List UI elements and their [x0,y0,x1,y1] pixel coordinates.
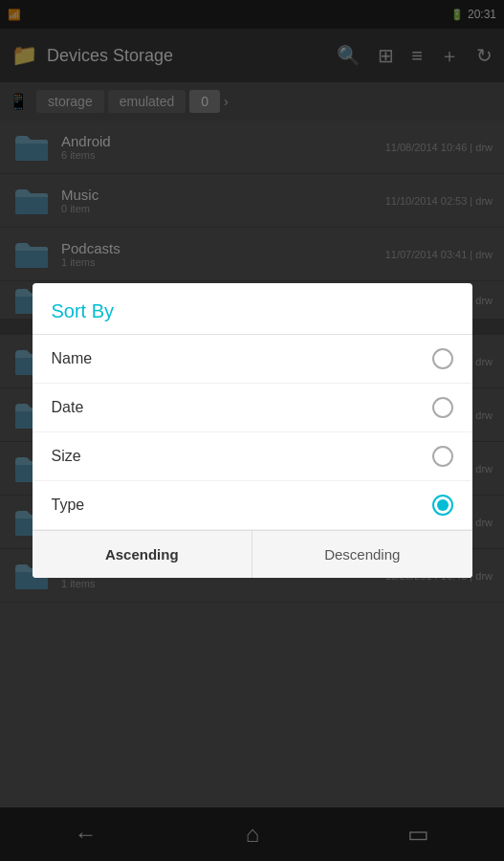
sort-option-name-label: Name [52,350,93,367]
sort-option-type-label: Type [52,497,85,514]
sort-option-type[interactable]: Type [33,481,472,530]
radio-date[interactable] [432,397,453,418]
modal-overlay: Sort By Name Date Size Type [0,0,504,861]
sort-option-size-label: Size [52,448,81,465]
sort-option-size[interactable]: Size [33,432,472,481]
sort-option-date-label: Date [52,399,84,416]
radio-type[interactable] [432,495,453,516]
sort-by-modal: Sort By Name Date Size Type [33,283,472,578]
ascending-button[interactable]: Ascending [33,531,253,578]
radio-type-inner [437,499,449,511]
sort-option-date[interactable]: Date [33,384,472,432]
descending-button[interactable]: Descending [252,531,472,578]
modal-options: Name Date Size Type [33,335,472,530]
radio-size[interactable] [432,446,453,467]
radio-name[interactable] [432,348,453,369]
sort-option-name[interactable]: Name [33,335,472,384]
modal-buttons: Ascending Descending [33,530,472,578]
modal-title: Sort By [33,283,472,335]
